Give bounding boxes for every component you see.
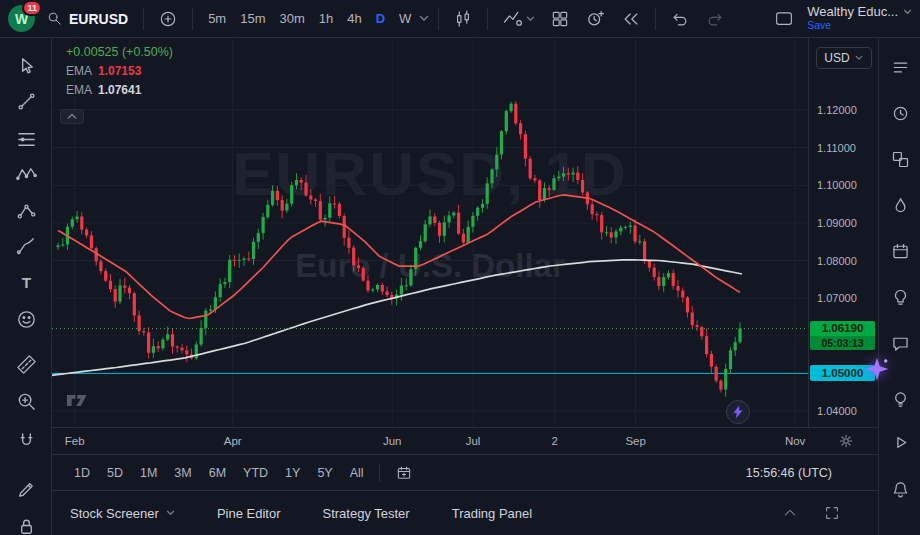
magnet-tool-button[interactable] [8,426,44,456]
pattern-tool-button[interactable] [8,159,44,189]
time-axis[interactable]: FebAprJunJul2SepNov [52,427,878,454]
account-name: Wealthy Educ... [807,5,898,18]
bar-replay-button[interactable] [616,5,646,33]
draw-tool-button[interactable] [8,474,44,504]
app-logo[interactable]: W 11 [8,5,35,32]
symbol-search-button[interactable]: EURUSD [40,6,134,31]
ema-slow-line[interactable] [52,260,742,376]
price-tick-label: 1.11000 [817,141,856,155]
chart-row: EURUSD, 1D Euro / U.S. Dollar +0.00525 (… [52,38,878,427]
chevron-up-icon [67,113,77,120]
fib-retracement-tool-button[interactable] [8,124,44,154]
range-3m-button[interactable]: 3M [166,462,199,484]
toolbar-separator [655,8,656,30]
chevron-down-icon[interactable] [419,15,429,22]
range-1d-button[interactable]: 1D [66,462,98,484]
zoom-in-icon [15,390,38,413]
tab-trading-panel[interactable]: Trading Panel [452,506,532,521]
watchlist-button[interactable] [886,53,914,81]
tab-stock-screener[interactable]: Stock Screener [70,506,175,521]
calendar-icon [890,241,911,262]
forecast-tool-button[interactable] [8,196,44,226]
chat-button[interactable] [886,329,914,357]
timeframe-5m[interactable]: 5m [202,7,232,30]
emoji-tool-button[interactable] [8,304,44,334]
price-tick-label: 1.08000 [817,254,857,268]
redo-arrow-icon [705,9,725,29]
tab-label: Strategy Tester [322,506,409,521]
tab-pine-editor[interactable]: Pine Editor [217,506,281,521]
layout-panel-button[interactable] [769,6,799,32]
range-6m-button[interactable]: 6M [201,462,234,484]
account-menu[interactable]: Wealthy Educ... Save [807,5,912,32]
ideas-button[interactable] [886,283,914,311]
chat-bubble-icon [890,333,911,354]
restore-panel-icon[interactable] [824,505,840,521]
settings-gear-icon[interactable] [838,433,854,449]
timeframe-1d[interactable]: D [370,7,391,30]
redo-button[interactable] [700,5,730,33]
lock-icon [15,515,38,535]
price-tick-label: 1.09000 [817,216,857,230]
flame-icon [890,195,911,216]
range-5y-button[interactable]: 5Y [309,462,340,484]
brush-tool-button[interactable] [8,231,44,261]
legend-collapse-button[interactable] [60,109,84,124]
hint-button[interactable] [886,385,914,413]
chart-legend: +0.00525 (+0.50%) EMA 1.07153 EMA 1.0764… [60,44,179,124]
trend-line-tool-button[interactable] [8,86,44,116]
collapse-panel-chevron-up-icon[interactable] [782,505,798,521]
candles [56,101,741,396]
range-5d-button[interactable]: 5D [99,462,131,484]
range-all-button[interactable]: All [342,462,372,484]
hotlists-button[interactable] [886,191,914,219]
timeframe-1h[interactable]: 1h [313,7,339,30]
chart-style-button[interactable] [448,5,478,33]
range-ytd-button[interactable]: YTD [235,462,276,484]
layout-grid-button[interactable] [545,5,575,33]
tradingview-logo[interactable] [66,392,94,412]
object-tree-icon [890,149,911,170]
streams-button[interactable] [886,428,914,456]
create-alert-button[interactable] [580,4,611,33]
current-price-badge: 1.06190 05:03:13 [810,321,875,350]
timeframe-4h[interactable]: 4h [341,7,367,30]
zoom-tool-button[interactable] [8,386,44,416]
chevron-down-icon [166,510,175,516]
ema-fast-line[interactable] [58,195,740,319]
time-tick-label: Sep [625,435,645,447]
timeframe-1w[interactable]: W [393,7,417,30]
object-tree-button[interactable] [886,145,914,173]
lightning-bolt-icon [732,405,744,419]
plus-circle-icon [158,9,178,29]
timeframe-15m[interactable]: 15m [234,7,271,30]
lock-drawings-button[interactable] [8,511,44,535]
clock-utc[interactable]: 15:56:46 (UTC) [746,466,832,480]
calendar-button[interactable] [886,237,914,265]
chart-plot-area[interactable]: EURUSD, 1D Euro / U.S. Dollar +0.00525 (… [52,38,808,427]
play-icon [890,432,911,453]
compare-add-symbol-button[interactable] [153,5,183,33]
range-1y-button[interactable]: 1Y [277,462,308,484]
time-tick-label: 2 [552,435,558,447]
go-to-date-button[interactable] [387,460,421,486]
tab-strategy-tester[interactable]: Strategy Tester [322,506,409,521]
timeframe-30m[interactable]: 30m [273,7,310,30]
currency-button[interactable]: USD [816,47,872,69]
indicators-button[interactable] [497,4,540,33]
ema-fast-legend[interactable]: EMA 1.07153 [60,63,147,79]
notification-count-badge: 11 [22,0,42,16]
cursor-tool-button[interactable] [8,51,44,81]
notifications-button[interactable] [886,475,914,503]
ema-slow-legend[interactable]: EMA 1.07641 [60,82,147,98]
range-1m-button[interactable]: 1M [132,462,165,484]
ai-assistant-button[interactable] [861,354,893,386]
undo-button[interactable] [665,5,695,33]
go-to-date-calendar-icon [395,464,413,482]
text-tool-button[interactable]: T [8,268,44,298]
measure-tool-button[interactable] [8,349,44,379]
save-layout-button[interactable]: Save [807,19,831,32]
forecast-icon [15,200,38,223]
alerts-button[interactable] [886,99,914,127]
lightning-button[interactable] [726,400,750,424]
